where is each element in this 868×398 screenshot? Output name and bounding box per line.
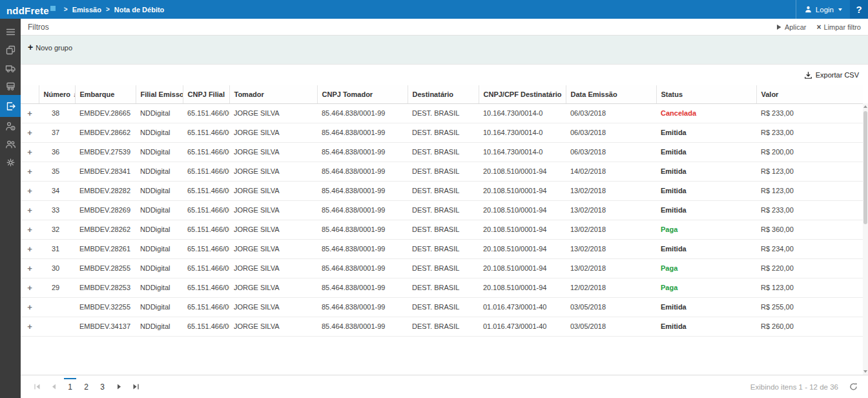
fleet-icon (5, 81, 16, 92)
export-csv-button[interactable]: Exportar CSV (804, 71, 859, 79)
cell-numero: 37 (39, 123, 75, 142)
app-logo[interactable]: nddFrete (0, 3, 59, 16)
breadcrumb-emissao[interactable]: Emissão (72, 6, 101, 14)
clear-filter-button[interactable]: × Limpar filtro (817, 23, 861, 31)
header-filial-emissora[interactable]: Filial Emissora (136, 85, 183, 103)
refresh-button[interactable] (846, 375, 860, 398)
header-status[interactable]: Status (656, 85, 756, 103)
expand-row-icon[interactable]: + (21, 317, 39, 336)
cell-cnpj-filial: 65.151.466/000... (183, 278, 229, 297)
expand-row-icon[interactable]: + (21, 123, 39, 142)
table-row[interactable]: +30EMBDEV.28255NDDigital65.151.466/000..… (21, 258, 863, 278)
sidebar-item-settings[interactable] (0, 153, 21, 171)
header-cnpj-tomador[interactable]: CNPJ Tomador (317, 85, 408, 103)
sidebar-item-truck[interactable] (0, 59, 21, 77)
table-row[interactable]: +32EMBDEV.28262NDDigital65.151.466/000..… (21, 220, 863, 239)
cell-cnpj-tomador: 85.464.838/0001-99 (317, 181, 408, 200)
sidebar-item-emission[interactable] (0, 95, 21, 117)
sidebar-item-menu[interactable] (0, 23, 21, 41)
cell-numero: 29 (39, 278, 75, 297)
cell-cnpj-filial: 65.151.466/000... (183, 200, 229, 220)
table-row[interactable]: +37EMBDEV.28662NDDigital65.151.466/000..… (21, 123, 863, 142)
page-3-button[interactable]: 3 (94, 375, 110, 398)
cell-status: Paga (656, 258, 756, 278)
scroll-down-icon[interactable] (863, 368, 868, 375)
table-row[interactable]: +33EMBDEV.28269NDDigital65.151.466/000..… (21, 200, 863, 220)
cell-destinatario: DEST. BRASIL (408, 297, 479, 317)
next-page-button[interactable] (110, 375, 127, 398)
cell-filial-emissora: NDDigital (136, 162, 183, 181)
cell-destinatario: DEST. BRASIL (408, 258, 479, 278)
expand-row-icon[interactable]: + (21, 200, 39, 220)
sidebar-item-billing[interactable] (0, 117, 21, 135)
sidebar-item-fleet[interactable] (0, 77, 21, 95)
table-row[interactable]: +38EMBDEV.28665NDDigital65.151.466/000..… (21, 103, 863, 123)
settings-icon (5, 157, 16, 168)
header-data-emissao[interactable]: Data Emissão (566, 85, 656, 103)
breadcrumb-nota-de-debito[interactable]: Nota de Débito (114, 6, 165, 14)
cell-filial-emissora: NDDigital (136, 317, 183, 336)
chevron-down-icon (838, 8, 842, 11)
cell-cnpj-filial: 65.151.466/000... (183, 220, 229, 239)
sidebar-item-users[interactable] (0, 135, 21, 153)
user-icon (804, 5, 812, 14)
cell-valor: R$ 123,00 (756, 162, 863, 181)
expand-row-icon[interactable]: + (21, 162, 39, 181)
table-row[interactable]: +36EMBDEV.27539NDDigital65.151.466/000..… (21, 142, 863, 162)
expand-row-icon[interactable]: + (21, 220, 39, 239)
cell-embarque: EMBDEV.28253 (75, 278, 136, 297)
cell-data-emissao: 13/02/2018 (566, 200, 656, 220)
cell-status: Emitida (656, 123, 756, 142)
apply-filter-button[interactable]: Aplicar (776, 23, 807, 31)
expand-row-icon[interactable]: + (21, 239, 39, 258)
header-cnpj-filial[interactable]: CNPJ Filial (183, 85, 229, 103)
cell-embarque: EMBDEV.28341 (75, 162, 136, 181)
expand-row-icon[interactable]: + (21, 258, 39, 278)
expand-row-icon[interactable]: + (21, 181, 39, 200)
cell-embarque: EMBDEV.28282 (75, 181, 136, 200)
sidebar-item-branches[interactable] (0, 41, 21, 59)
cell-valor: R$ 360,00 (756, 220, 863, 239)
cell-numero: 33 (39, 200, 75, 220)
cell-tomador: JORGE SILVA (229, 200, 317, 220)
new-group-button[interactable]: + Novo grupo (28, 44, 72, 52)
prev-page-button[interactable] (45, 375, 62, 398)
table-row[interactable]: +35EMBDEV.28341NDDigital65.151.466/000..… (21, 162, 863, 181)
vertical-scrollbar[interactable] (863, 103, 868, 375)
header-embarque[interactable]: Embarque (75, 85, 136, 103)
header-tomador[interactable]: Tomador (229, 85, 317, 103)
cell-numero: 30 (39, 258, 75, 278)
header-cnpj-cpf-destinatario[interactable]: CNPJ/CPF Destinatário (479, 85, 566, 103)
expand-row-icon[interactable]: + (21, 297, 39, 317)
cell-tomador: JORGE SILVA (229, 317, 317, 336)
expand-row-icon[interactable]: + (21, 103, 39, 123)
scroll-up-icon[interactable] (863, 103, 868, 110)
table-row[interactable]: +EMBDEV.34137NDDigital65.151.466/000...J… (21, 317, 863, 336)
header-numero-label: Número (44, 90, 71, 98)
login-menu[interactable]: Login (796, 0, 850, 19)
expand-row-icon[interactable]: + (21, 142, 39, 162)
page-1-button[interactable]: 1 (62, 375, 78, 398)
header-destinatario[interactable]: Destinatário (408, 85, 479, 103)
emission-icon (5, 101, 16, 112)
header-numero[interactable]: Número↓ (39, 85, 75, 103)
billing-icon (5, 121, 16, 132)
cell-data-emissao: 13/02/2018 (566, 258, 656, 278)
brand-mark-icon (50, 6, 56, 11)
scrollbar-thumb[interactable] (863, 111, 867, 224)
cell-cnpj-cpf-destinatario: 10.164.730/0014-0 (479, 123, 566, 142)
expand-row-icon[interactable]: + (21, 278, 39, 297)
table-row[interactable]: +31EMBDEV.28261NDDigital65.151.466/000..… (21, 239, 863, 258)
table-row[interactable]: +EMBDEV.32255NDDigital65.151.466/000...J… (21, 297, 863, 317)
table-row[interactable]: +34EMBDEV.28282NDDigital65.151.466/000..… (21, 181, 863, 200)
help-button[interactable]: ? (850, 0, 868, 19)
page-2-button[interactable]: 2 (78, 375, 94, 398)
header-valor[interactable]: Valor (756, 85, 863, 103)
table-row[interactable]: +29EMBDEV.28253NDDigital65.151.466/000..… (21, 278, 863, 297)
cell-valor: R$ 233,00 (756, 200, 863, 220)
clear-filter-label: Limpar filtro (824, 23, 861, 31)
breadcrumb-separator: > (106, 6, 110, 13)
first-page-button[interactable] (28, 375, 45, 398)
last-page-button[interactable] (127, 375, 144, 398)
download-icon (804, 71, 812, 79)
